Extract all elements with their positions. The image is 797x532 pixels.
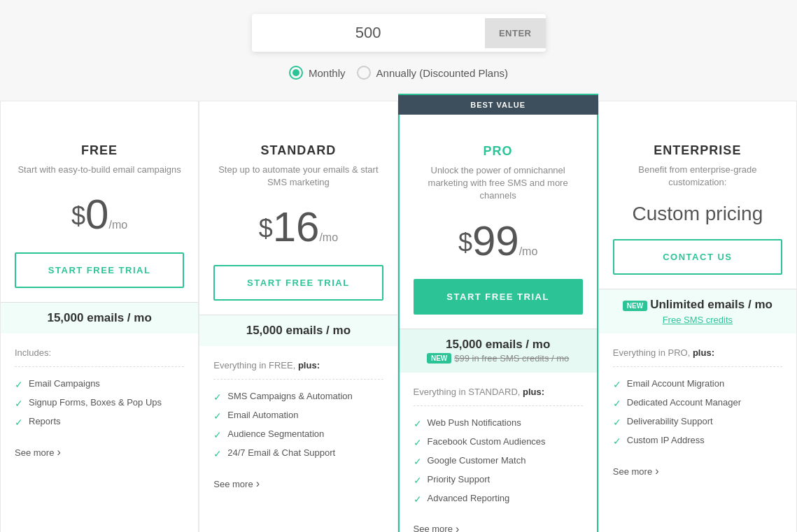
emails-amount-enterprise: Unlimited emails / mo bbox=[650, 298, 773, 311]
plan-price-enterprise: Custom pricing bbox=[613, 203, 782, 225]
plan-description-free: Start with easy-to-build email campaigns bbox=[15, 164, 184, 176]
checkmark-enterprise-3: ✓ bbox=[613, 436, 621, 447]
includes-label-free: Includes: bbox=[15, 347, 184, 358]
divider-enterprise bbox=[613, 366, 782, 367]
includes-label-pro: Everything in STANDARD, plus: bbox=[414, 387, 583, 397]
plan-description-pro: Unlock the power of omnichannel marketin… bbox=[414, 164, 583, 203]
feature-text-standard-1: Email Automation bbox=[227, 410, 298, 420]
feature-text-pro-1: Facebook Custom Audiences bbox=[428, 436, 546, 447]
cta-button-standard[interactable]: START FREE TRIAL bbox=[213, 265, 383, 301]
feature-item-pro-4: ✓Advanced Reporting bbox=[414, 493, 583, 505]
price-currency-pro: $ bbox=[458, 227, 472, 256]
feature-item-standard-1: ✓Email Automation bbox=[213, 410, 383, 422]
feature-item-enterprise-3: ✓Custom IP Address bbox=[613, 435, 782, 447]
feature-item-pro-3: ✓Priority Support bbox=[414, 474, 583, 486]
contacts-input[interactable] bbox=[252, 14, 485, 52]
emails-amount-standard: 15,000 emails / mo bbox=[213, 324, 383, 338]
emails-section-pro: 15,000 emails / moNEW$99 in free SMS cre… bbox=[400, 329, 597, 373]
sms-credits-pro: $99 in free SMS credits / mo bbox=[454, 353, 569, 364]
plan-card-pro: BEST VALUEPROUnlock the power of omnicha… bbox=[398, 94, 598, 532]
price-amount-standard: 16 bbox=[273, 203, 320, 250]
divider-free bbox=[15, 366, 184, 367]
cta-button-pro[interactable]: START FREE TRIAL bbox=[414, 279, 583, 315]
feature-item-free-0: ✓Email Campaigns bbox=[15, 378, 184, 390]
plan-price-standard: $16/mo bbox=[213, 203, 383, 251]
monthly-option[interactable]: Monthly bbox=[289, 66, 346, 80]
see-more-link-enterprise[interactable]: See more bbox=[613, 465, 659, 477]
plan-card-free: FREEStart with easy-to-build email campa… bbox=[0, 101, 199, 532]
feature-text-free-2: Reports bbox=[29, 416, 61, 426]
see-more-link-standard[interactable]: See more bbox=[213, 477, 260, 490]
checkmark-free-2: ✓ bbox=[15, 417, 23, 428]
plan-name-pro: PRO bbox=[414, 144, 583, 159]
see-more-link-free[interactable]: See more bbox=[15, 446, 61, 459]
feature-item-free-1: ✓Signup Forms, Boxes & Pop Ups bbox=[15, 397, 184, 409]
feature-item-pro-1: ✓Facebook Custom Audiences bbox=[414, 436, 583, 448]
checkmark-standard-3: ✓ bbox=[213, 448, 222, 459]
feature-item-pro-2: ✓Google Customer Match bbox=[414, 455, 583, 467]
checkmark-pro-2: ✓ bbox=[414, 456, 422, 467]
emails-amount-free: 15,000 emails / mo bbox=[15, 311, 184, 325]
annually-radio[interactable] bbox=[357, 66, 371, 80]
emails-section-free: 15,000 emails / mo bbox=[1, 302, 198, 333]
feature-text-standard-3: 24/7 Email & Chat Support bbox=[227, 447, 335, 458]
price-custom-enterprise: Custom pricing bbox=[633, 203, 763, 224]
checkmark-standard-2: ✓ bbox=[213, 429, 222, 440]
billing-toggle: Monthly Annually (Discounted Plans) bbox=[289, 66, 508, 80]
feature-item-enterprise-2: ✓Deliverability Support bbox=[613, 416, 782, 428]
divider-pro bbox=[414, 405, 583, 406]
plan-name-free: FREE bbox=[15, 143, 184, 158]
checkmark-standard-0: ✓ bbox=[213, 391, 222, 403]
feature-item-enterprise-0: ✓Email Account Migration bbox=[613, 378, 782, 390]
plans-container: FREEStart with easy-to-build email campa… bbox=[0, 101, 797, 532]
checkmark-enterprise-0: ✓ bbox=[613, 379, 621, 390]
monthly-radio[interactable] bbox=[289, 66, 303, 80]
feature-item-standard-0: ✓SMS Campaigns & Automation bbox=[213, 391, 383, 403]
feature-item-standard-2: ✓Audience Segmentation bbox=[213, 429, 383, 440]
price-mo-free: /mo bbox=[108, 219, 127, 231]
feature-text-free-1: Signup Forms, Boxes & Pop Ups bbox=[29, 397, 162, 408]
plan-description-standard: Step up to automate your emails & start … bbox=[213, 164, 383, 189]
cta-button-enterprise[interactable]: CONTACT US bbox=[613, 239, 782, 275]
checkmark-pro-1: ✓ bbox=[414, 437, 422, 448]
annually-label: Annually (Discounted Plans) bbox=[376, 67, 508, 79]
plan-description-enterprise: Benefit from enterprise-grade customizat… bbox=[613, 164, 782, 189]
price-amount-pro: 99 bbox=[472, 217, 519, 264]
checkmark-pro-4: ✓ bbox=[414, 494, 422, 505]
feature-item-enterprise-1: ✓Dedicated Account Manager bbox=[613, 397, 782, 409]
feature-text-standard-2: Audience Segmentation bbox=[227, 429, 324, 439]
cta-button-free[interactable]: START FREE TRIAL bbox=[15, 252, 184, 288]
top-section: ENTER Monthly Annually (Discounted Plans… bbox=[0, 0, 797, 101]
feature-text-free-0: Email Campaigns bbox=[29, 378, 100, 389]
feature-text-enterprise-3: Custom IP Address bbox=[627, 435, 705, 445]
enter-button[interactable]: ENTER bbox=[485, 18, 546, 48]
checkmark-pro-0: ✓ bbox=[414, 418, 422, 429]
feature-item-standard-3: ✓24/7 Email & Chat Support bbox=[213, 447, 383, 459]
new-badge-enterprise: NEW bbox=[623, 301, 647, 311]
see-more-link-pro[interactable]: See more bbox=[414, 523, 460, 532]
price-amount-free: 0 bbox=[85, 191, 108, 238]
emails-amount-pro: 15,000 emails / mo bbox=[414, 338, 583, 352]
contacts-input-wrapper: ENTER bbox=[252, 14, 546, 52]
checkmark-free-1: ✓ bbox=[15, 398, 23, 409]
feature-item-pro-0: ✓Web Push Notifications bbox=[414, 417, 583, 429]
checkmark-pro-3: ✓ bbox=[414, 475, 422, 486]
feature-text-enterprise-1: Dedicated Account Manager bbox=[627, 397, 741, 408]
feature-text-enterprise-0: Email Account Migration bbox=[627, 378, 724, 389]
price-currency-standard: $ bbox=[259, 214, 273, 243]
price-currency-free: $ bbox=[71, 201, 85, 230]
checkmark-enterprise-2: ✓ bbox=[613, 417, 621, 428]
emails-row-enterprise: NEWUnlimited emails / mo bbox=[613, 298, 782, 312]
features-section-enterprise: Everything in PRO, plus:✓Email Account M… bbox=[613, 333, 782, 532]
features-section-free: Includes:✓Email Campaigns✓Signup Forms, … bbox=[15, 333, 184, 532]
plan-name-enterprise: ENTERPRISE bbox=[613, 143, 782, 158]
plan-price-pro: $99/mo bbox=[414, 217, 583, 265]
checkmark-standard-1: ✓ bbox=[213, 410, 222, 422]
monthly-label: Monthly bbox=[309, 67, 346, 79]
feature-text-pro-2: Google Customer Match bbox=[428, 455, 526, 466]
annually-option[interactable]: Annually (Discounted Plans) bbox=[357, 66, 508, 80]
plan-name-standard: STANDARD bbox=[213, 143, 383, 158]
price-mo-pro: /mo bbox=[519, 245, 538, 257]
best-value-badge: BEST VALUE bbox=[398, 95, 598, 115]
includes-label-standard: Everything in FREE, plus: bbox=[213, 360, 383, 371]
